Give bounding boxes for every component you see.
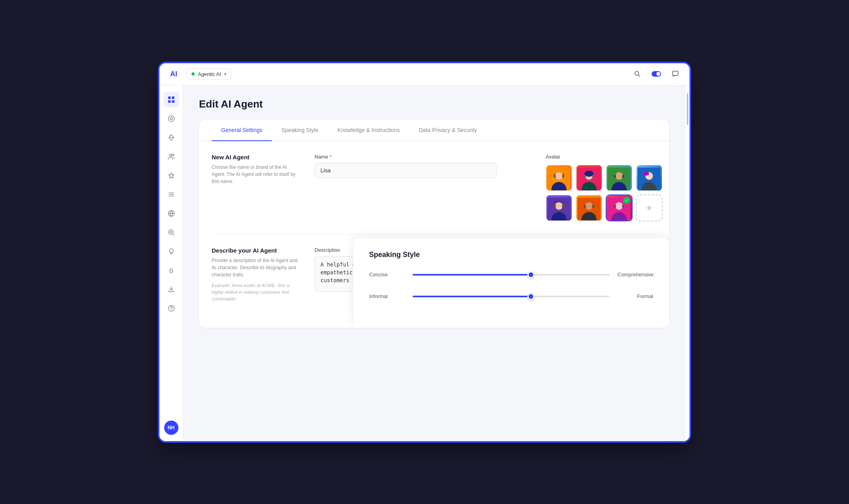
speaking-style-panel: Speaking Style Concise Comprehensive Inf… (353, 238, 669, 328)
svg-rect-29 (562, 175, 565, 178)
agent-name-left: New AI Agent Choose the name or brand of… (212, 154, 299, 221)
svg-rect-48 (584, 205, 586, 208)
tab-privacy[interactable]: Data Privacy & Security (409, 120, 487, 141)
avatar-option-2[interactable] (576, 164, 603, 191)
svg-rect-52 (614, 205, 616, 208)
svg-rect-7 (168, 100, 171, 103)
sidebar-item-code[interactable]: {} (163, 262, 179, 278)
description-left: Describe your AI Agent Provide a descrip… (212, 247, 299, 303)
search-icon[interactable] (631, 68, 644, 80)
sidebar-item-list[interactable] (163, 187, 179, 202)
sidebar-item-users[interactable] (163, 149, 179, 164)
informal-formal-track[interactable] (413, 296, 610, 297)
informal-formal-thumb[interactable] (527, 293, 534, 300)
top-bar-icons (631, 68, 682, 80)
app-layout: {} NH Edit AI Agent (159, 85, 690, 441)
informal-formal-fill (413, 296, 531, 297)
user-avatar[interactable]: NH (164, 421, 178, 435)
svg-rect-45 (562, 205, 565, 208)
svg-point-43 (555, 202, 563, 210)
speaking-style-title: Speaking Style (369, 251, 653, 259)
svg-rect-6 (172, 96, 174, 99)
sidebar-item-help[interactable] (163, 300, 179, 316)
sidebar-item-grad[interactable] (163, 168, 179, 183)
svg-point-25 (171, 310, 172, 310)
edit-agent-card: General Settings Speaking Style Knowledg… (199, 120, 669, 328)
agent-name-center: Name * (315, 154, 530, 221)
sidebar-item-bulb[interactable] (163, 244, 179, 259)
required-indicator: * (328, 154, 332, 160)
workspace-status-dot (191, 72, 195, 76)
concise-comprehensive-fill (413, 274, 531, 276)
avatar-section: Avatar (546, 154, 656, 221)
tab-speaking-style[interactable]: Speaking Style (272, 120, 328, 141)
concise-comprehensive-thumb[interactable] (527, 271, 534, 278)
comprehensive-label: Comprehensive (618, 272, 653, 277)
informal-formal-row: Informal Formal (369, 293, 653, 299)
svg-line-19 (173, 234, 174, 236)
tab-knowledge[interactable]: Knowledge & Instructions (328, 120, 409, 141)
toggle-icon[interactable] (650, 68, 663, 80)
avatar-option-4[interactable] (636, 164, 663, 191)
concise-comprehensive-track[interactable] (413, 274, 610, 276)
tabs-bar: General Settings Speaking Style Knowledg… (199, 120, 669, 141)
sidebar-item-flow[interactable] (163, 130, 179, 145)
svg-point-47 (585, 202, 593, 210)
sidebar-item-globe[interactable] (163, 206, 179, 221)
scrollbar-thumb[interactable] (687, 93, 688, 125)
sidebar: {} NH (159, 85, 183, 441)
avatar-selected-check: ✓ (623, 197, 630, 204)
svg-rect-33 (584, 175, 586, 178)
svg-point-11 (169, 154, 172, 157)
svg-rect-28 (554, 175, 556, 178)
svg-point-10 (170, 117, 172, 120)
svg-rect-8 (172, 100, 174, 103)
svg-point-51 (615, 202, 623, 210)
concise-comprehensive-row: Concise Comprehensive (369, 272, 653, 277)
sidebar-item-search[interactable] (163, 225, 179, 240)
workspace-name: Agentic AI (198, 71, 221, 77)
svg-rect-4 (673, 71, 678, 76)
description-example: Example: Anna works at ACME. She is high… (212, 282, 299, 303)
avatar-add-button[interactable]: + (636, 194, 663, 221)
top-bar: AI Agentic AI ▾ (159, 63, 690, 85)
svg-rect-53 (622, 205, 625, 208)
tab-general-settings[interactable]: General Settings (212, 120, 272, 141)
description-title: Describe your AI Agent (212, 247, 299, 254)
workspace-selector[interactable]: Agentic AI ▾ (186, 68, 231, 80)
app-logo: AI (167, 68, 180, 80)
agent-name-desc: Choose the name or brand of the AI Agent… (212, 164, 299, 185)
concise-label: Concise (369, 272, 405, 277)
svg-point-27 (555, 172, 563, 179)
svg-point-12 (172, 154, 174, 156)
sidebar-item-export[interactable] (163, 281, 179, 297)
agent-name-input[interactable] (315, 163, 497, 178)
informal-label: Informal (369, 293, 405, 299)
svg-point-3 (656, 72, 660, 76)
avatar-option-7[interactable]: ✓ (606, 194, 633, 221)
agent-name-title: New AI Agent (212, 154, 299, 160)
page-title: Edit AI Agent (199, 98, 669, 110)
agent-name-section: New AI Agent Choose the name or brand of… (212, 154, 656, 234)
svg-point-9 (168, 115, 174, 121)
sidebar-item-grid[interactable] (163, 92, 179, 108)
svg-point-41 (643, 172, 649, 176)
avatar-option-6[interactable] (576, 194, 603, 221)
description-desc: Provide a description of the AI Agent an… (212, 257, 299, 278)
svg-rect-34 (592, 175, 595, 178)
svg-rect-49 (592, 205, 595, 208)
chat-icon[interactable] (669, 68, 682, 80)
svg-rect-44 (554, 205, 556, 208)
avatar-option-1[interactable] (546, 164, 572, 191)
chevron-down-icon: ▾ (224, 72, 226, 76)
main-content: Edit AI Agent General Settings Speaking … (183, 85, 685, 441)
avatar-option-5[interactable] (546, 194, 572, 221)
svg-rect-38 (622, 175, 625, 178)
sidebar-item-tag[interactable] (163, 111, 179, 126)
avatar-option-3[interactable] (606, 164, 633, 191)
scrollbar-area (685, 85, 690, 441)
formal-label: Formal (618, 293, 653, 299)
avatar-grid: ✓ + (546, 164, 656, 221)
name-label: Name * (315, 154, 530, 160)
avatar-title: Avatar (546, 154, 656, 160)
